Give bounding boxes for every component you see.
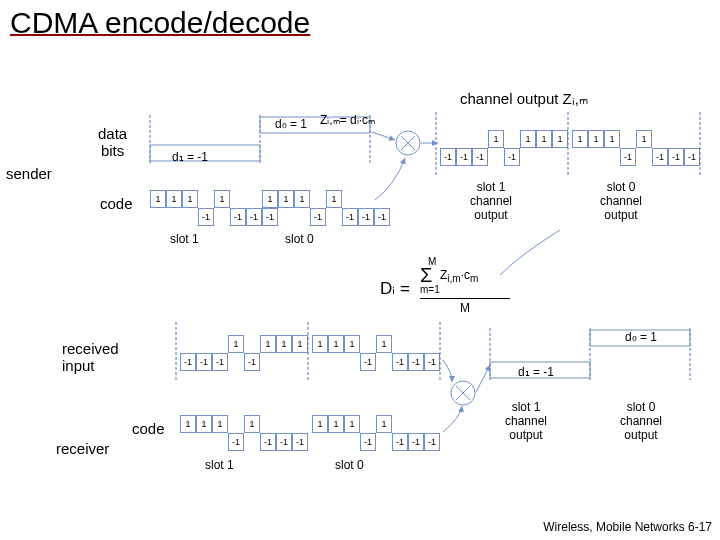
svg-line-24: [476, 365, 490, 392]
slide-footer: Wireless, Mobile Networks 6-17: [543, 520, 712, 534]
arrows-recv: [0, 0, 720, 540]
